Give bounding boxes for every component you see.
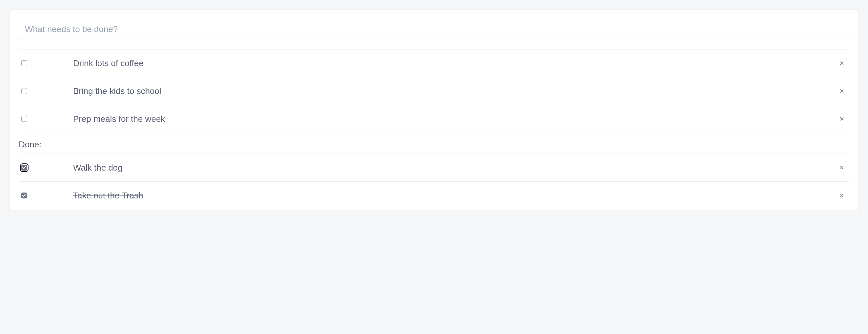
todo-label: Prep meals for the week (73, 114, 831, 124)
checkbox-wrap (21, 193, 67, 198)
todo-row: Walk the dog × (19, 154, 849, 182)
delete-button[interactable]: × (837, 85, 847, 97)
checkbox-wrap (21, 116, 67, 122)
todo-checkbox[interactable] (21, 116, 27, 122)
close-icon: × (839, 87, 844, 95)
todo-row: Drink lots of coffee × (19, 49, 849, 77)
delete-button[interactable]: × (837, 113, 847, 125)
todo-label: Walk the dog (73, 163, 831, 173)
delete-button[interactable]: × (837, 57, 847, 69)
delete-button[interactable]: × (837, 190, 847, 201)
todo-checkbox[interactable] (21, 165, 27, 171)
todo-checkbox[interactable] (21, 60, 27, 66)
todo-label: Drink lots of coffee (73, 58, 831, 68)
todo-checkbox[interactable] (21, 193, 27, 198)
close-icon: × (839, 59, 844, 67)
close-icon: × (839, 114, 844, 123)
done-section-header: Done: (19, 133, 849, 154)
checkbox-wrap (21, 165, 67, 171)
checkbox-wrap (21, 88, 67, 94)
todo-label: Bring the kids to school (73, 86, 831, 96)
todo-row: Bring the kids to school × (19, 77, 849, 105)
todo-row: Prep meals for the week × (19, 105, 849, 133)
todo-checkbox[interactable] (21, 88, 27, 94)
close-icon: × (839, 163, 844, 172)
todo-label: Take out the Trash (73, 191, 831, 201)
delete-button[interactable]: × (837, 162, 847, 173)
checkbox-wrap (21, 60, 67, 66)
close-icon: × (839, 191, 844, 200)
todo-row: Take out the Trash × (19, 182, 849, 209)
todo-card: Drink lots of coffee × Bring the kids to… (9, 9, 859, 211)
new-todo-input[interactable] (19, 19, 849, 40)
